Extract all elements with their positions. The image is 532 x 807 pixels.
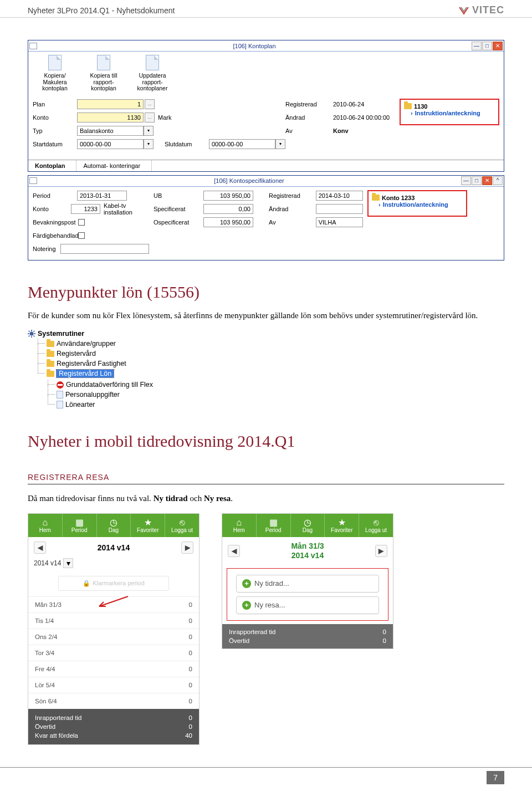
label-startdatum: Startdatum — [33, 141, 77, 147]
prev-button[interactable]: ◀ — [228, 545, 240, 557]
day-row[interactable]: Lör 5/40 — [28, 677, 199, 693]
tab-dag[interactable]: ◷Dag — [291, 518, 325, 534]
document-info-icon — [97, 55, 110, 70]
input-ospec[interactable]: 103 950,00 — [203, 217, 253, 227]
svg-line-7 — [34, 331, 35, 332]
tab-automat-konteringar[interactable]: Automat- konteringar — [76, 160, 152, 171]
tree-item[interactable]: Lönearter — [48, 400, 183, 410]
input-spec[interactable]: 0,00 — [203, 204, 253, 214]
input-ub[interactable]: 103 950,00 — [203, 191, 253, 201]
input-andrad2[interactable] — [316, 204, 363, 214]
mobile-summary: Inrapporterad tid0 Övertid0 — [222, 624, 393, 648]
mobile-toolbar: ⌂Hem ▦Period ◷Dag ★Favoriter ⎋Logga ut — [28, 514, 199, 537]
window-title: [106] Kontospecifikationer — [37, 177, 461, 184]
period-dropdown-value[interactable]: 2014 v14 — [34, 559, 61, 567]
tab-favoriter[interactable]: ★Favoriter — [325, 518, 359, 534]
tab-period[interactable]: ▦Period — [63, 518, 96, 534]
day-label: Mån 31/3 — [35, 601, 62, 608]
checkbox-fardigbehandlad[interactable] — [78, 232, 85, 239]
input-slutdatum[interactable]: 0000-00-00 — [209, 139, 275, 149]
input-notering[interactable] — [60, 244, 149, 254]
window-maximize-button[interactable]: □ — [472, 176, 482, 185]
select-typ[interactable]: Balanskonto — [77, 126, 144, 136]
window-menu-icon[interactable] — [29, 43, 37, 49]
label-ub: UB — [154, 192, 203, 199]
day-row[interactable]: Sön 6/40 — [28, 693, 199, 709]
window-titlebar: [106] Kontospecifikationer — □ ✕ ^ — [28, 176, 504, 187]
sidebar-instruction-link[interactable]: Instruktion/anteckning — [383, 201, 448, 208]
konto2-text: Kabel-tv installation — [100, 202, 149, 216]
folder-icon — [47, 351, 54, 357]
tree-item[interactable]: Användare/grupper — [38, 339, 183, 349]
day-row[interactable]: Fre 4/40 — [28, 661, 199, 677]
tab-favoriter[interactable]: ★Favoriter — [131, 518, 165, 534]
folder-open-icon — [47, 371, 54, 377]
klarmarkera-button[interactable]: 🔒Klarmarkera period — [58, 576, 169, 591]
label-typ: Typ — [33, 127, 77, 134]
tab-hem[interactable]: ⌂Hem — [28, 518, 62, 534]
toolbar-copy-to-button[interactable]: Kopiera till rapport- kontoplan — [81, 55, 126, 92]
tab-hem[interactable]: ⌂Hem — [222, 518, 256, 534]
chevron-down-icon[interactable]: ▾ — [63, 558, 73, 568]
label-andrad: Ändrad — [285, 114, 330, 121]
mobile-toolbar: ⌂Hem ▦Period ◷Dag ★Favoriter ⎋Logga ut — [222, 514, 393, 537]
plus-icon: + — [242, 579, 251, 588]
ny-tidrad-button[interactable]: +Ny tidrad... — [236, 575, 379, 593]
konto-lookup-button[interactable]: … — [145, 113, 155, 122]
day-label: Fre 4/4 — [35, 666, 55, 672]
toolbar-copy-delete-button[interactable]: Kopiera/ Makulera kontoplan — [33, 55, 77, 92]
checkbox-bevakningspost[interactable] — [78, 219, 85, 226]
window-minimize-button[interactable]: — — [472, 42, 482, 50]
footer-value: 40 — [185, 732, 192, 739]
sidebar-instruction-link[interactable]: Instruktion/anteckning — [415, 110, 480, 116]
input-av2[interactable]: VILHA — [316, 217, 363, 227]
article2-text-prefix: Då man tidredovisar finns nu två val. — [28, 494, 154, 503]
window-tabs: Kontoplan Automat- konteringar — [28, 160, 504, 171]
tab-logga-ut[interactable]: ⎋Logga ut — [359, 518, 393, 534]
summary-value: 0 — [383, 629, 386, 635]
tab-logga-ut[interactable]: ⎋Logga ut — [165, 518, 199, 534]
day-label: Tis 1/4 — [35, 617, 54, 624]
tab-kontoplan[interactable]: Kontoplan — [28, 160, 76, 171]
chevron-down-icon[interactable]: ▾ — [144, 139, 154, 149]
input-konto[interactable]: 1130 — [77, 113, 144, 122]
chevron-down-icon[interactable]: ▾ — [275, 139, 285, 149]
input-startdatum[interactable]: 0000-00-00 — [77, 139, 144, 149]
tree-item-selected[interactable]: Registervård Lön — [38, 369, 183, 379]
tree-item[interactable]: Registervård Fastighet — [38, 359, 183, 369]
window-close-button[interactable]: ✕ — [493, 42, 503, 50]
tree-item[interactable]: Grunddataöverföring till Flex — [48, 380, 183, 390]
label-plan: Plan — [33, 101, 77, 108]
tab-period[interactable]: ▦Period — [257, 518, 290, 534]
next-button[interactable]: ▶ — [181, 542, 193, 554]
day-value: 0 — [189, 698, 192, 704]
window-minimize-button[interactable]: — — [461, 176, 471, 185]
chevron-down-icon[interactable]: ▾ — [144, 126, 154, 136]
day-label: Sön 6/4 — [35, 698, 57, 704]
label-av: Av — [269, 219, 316, 226]
window-maximize-button[interactable]: □ — [482, 42, 492, 50]
window-scroll-up[interactable]: ^ — [493, 176, 503, 185]
window-menu-icon[interactable] — [29, 177, 37, 184]
input-period[interactable]: 2013-01-31 — [77, 191, 127, 201]
day-row[interactable]: Ons 2/40 — [28, 629, 199, 645]
day-row[interactable]: Tor 3/40 — [28, 645, 199, 661]
input-registrerad2[interactable]: 2014-03-10 — [316, 191, 363, 201]
prev-button[interactable]: ◀ — [34, 542, 46, 554]
window-close-button[interactable]: ✕ — [482, 176, 492, 185]
home-icon: ⌂ — [222, 518, 256, 528]
tree-root-label[interactable]: Systemrutiner — [38, 330, 84, 338]
vitec-logo: VITEC — [459, 4, 504, 16]
tab-dag[interactable]: ◷Dag — [97, 518, 131, 534]
toolbar-update-button[interactable]: Uppdatera rapport- kontoplaner — [130, 55, 175, 92]
next-button[interactable]: ▶ — [375, 545, 387, 557]
day-row[interactable]: Tis 1/40 — [28, 612, 199, 629]
plan-lookup-button[interactable]: … — [145, 99, 155, 109]
tree-item[interactable]: Registervård — [38, 349, 183, 359]
input-konto2[interactable]: 1233 — [71, 204, 100, 214]
day-value: 0 — [189, 666, 192, 672]
section-heading-nyheter-mobil: Nyheter i mobil tidredovisning 2014.Q1 — [28, 432, 504, 451]
tree-item[interactable]: Personaluppgifter — [48, 390, 183, 400]
input-plan[interactable]: 1 — [77, 99, 144, 109]
ny-resa-button[interactable]: +Ny resa... — [236, 596, 379, 614]
